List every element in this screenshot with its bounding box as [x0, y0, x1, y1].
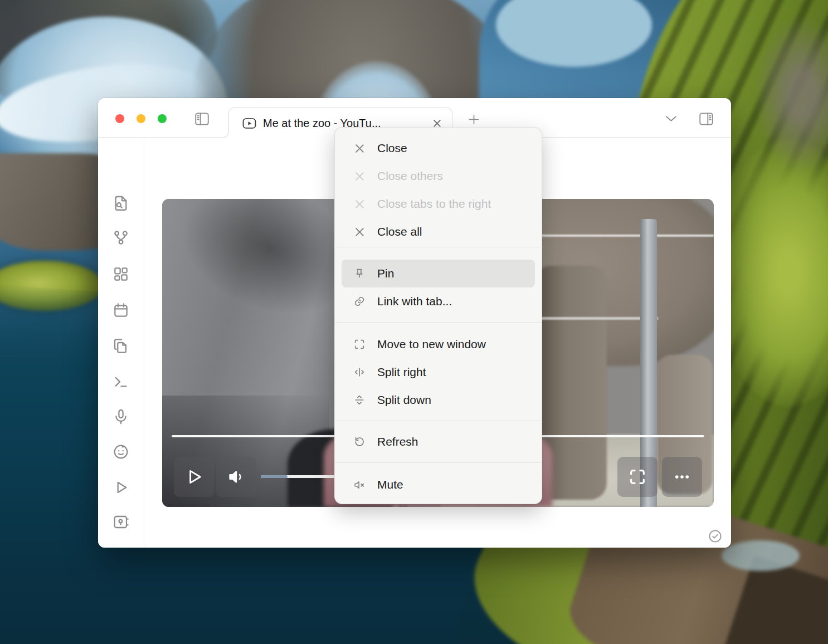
copies-icon[interactable] [111, 336, 130, 355]
menu-separator [335, 247, 542, 247]
menu-item-close-all[interactable]: Close all [335, 218, 542, 246]
menu-item-label: Close [377, 142, 407, 155]
play-button[interactable] [174, 457, 214, 497]
face-icon[interactable] [111, 442, 130, 461]
menu-item-label: Move to new window [377, 338, 486, 351]
menu-item-pin[interactable]: Pin [342, 260, 535, 287]
traffic-light-minimize[interactable] [137, 114, 145, 123]
close-x-icon [353, 142, 366, 154]
menu-item-label: Close others [377, 169, 443, 183]
new-tab-plus-icon[interactable] [467, 113, 480, 126]
close-x-icon [353, 170, 366, 182]
more-options-button[interactable] [662, 457, 702, 497]
menu-item-label: Refresh [377, 435, 418, 448]
tab-context-menu: Close Close others Close tabs to the rig… [334, 127, 542, 504]
menu-separator [335, 421, 542, 421]
menu-item-label: Split right [377, 365, 426, 379]
mute-speaker-icon [353, 479, 366, 491]
fullscreen-button[interactable] [617, 457, 657, 497]
close-x-icon [353, 198, 366, 210]
calendar-icon[interactable] [111, 301, 130, 320]
wallpaper-lagoon [722, 540, 800, 571]
link-icon [353, 295, 366, 308]
menu-item-label: Link with tab... [377, 295, 452, 308]
volume-slider-fill [261, 475, 288, 478]
connections-icon[interactable] [111, 228, 130, 247]
terminal-icon[interactable] [111, 373, 130, 392]
menu-item-split-down[interactable]: Split down [335, 386, 542, 414]
menu-item-mute[interactable]: Mute [335, 471, 542, 499]
check-circle-icon [708, 529, 723, 544]
microphone-icon[interactable] [111, 407, 130, 426]
split-right-icon [353, 366, 366, 378]
volume-button[interactable] [216, 457, 256, 497]
menu-item-link-with-tab[interactable]: Link with tab... [335, 287, 542, 315]
refresh-icon [353, 436, 366, 448]
vault-icon[interactable] [111, 513, 130, 531]
tab-close-icon[interactable] [432, 119, 442, 128]
menu-item-refresh[interactable]: Refresh [335, 428, 542, 456]
menu-item-close-others: Close others [335, 162, 542, 190]
move-new-window-icon [353, 338, 366, 350]
dashboard-icon[interactable] [111, 265, 130, 284]
play-icon[interactable] [111, 478, 130, 497]
traffic-light-close[interactable] [115, 114, 124, 123]
menu-item-close-tabs-right: Close tabs to the right [335, 190, 542, 218]
menu-item-move-to-new-window[interactable]: Move to new window [335, 330, 542, 358]
menu-item-label: Mute [377, 478, 403, 491]
pin-icon [353, 267, 366, 280]
page-search-icon[interactable] [111, 194, 130, 213]
menu-item-split-right[interactable]: Split right [335, 358, 542, 386]
menu-separator [335, 322, 542, 323]
sidebar-right-icon[interactable] [698, 111, 714, 126]
chevron-down-icon[interactable] [665, 114, 677, 123]
menu-item-label: Split down [377, 393, 431, 407]
side-rail [98, 138, 144, 548]
split-down-icon [353, 394, 366, 406]
close-x-icon [353, 226, 366, 238]
youtube-player-icon [242, 118, 256, 129]
menu-item-close[interactable]: Close [335, 134, 542, 162]
menu-item-label: Pin [377, 267, 394, 280]
menu-item-label: Close tabs to the right [377, 197, 491, 211]
desktop: Me at the zoo - YouTu... [0, 0, 828, 644]
traffic-light-zoom[interactable] [158, 114, 167, 123]
menu-item-label: Close all [377, 225, 422, 238]
sidebar-left-icon[interactable] [194, 111, 210, 126]
menu-separator [335, 462, 542, 463]
